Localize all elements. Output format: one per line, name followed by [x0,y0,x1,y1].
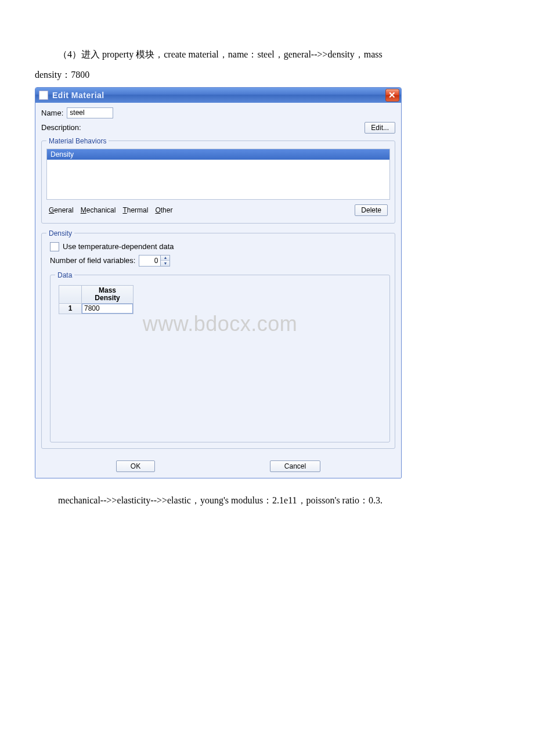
description-label: Description: [41,123,81,132]
behavior-item-density[interactable]: Density [47,149,389,160]
cancel-button[interactable]: Cancel [270,460,320,472]
field-vars-label: Number of field variables: [50,256,135,265]
app-icon [39,91,48,100]
close-icon[interactable]: ✕ [385,89,399,102]
menu-general[interactable]: General [49,206,74,214]
name-label: Name: [41,109,63,117]
material-behaviors-fieldset: Material Behaviors Density General Mecha… [41,137,395,224]
edit-material-dialog: Edit Material ✕ Name: Description: Edit.… [35,87,402,478]
field-vars-stepper[interactable]: 0 ▲ ▼ [139,255,170,267]
chevron-down-icon[interactable]: ▼ [161,260,169,266]
menu-mechanical[interactable]: Mechanical [81,206,116,214]
menu-other[interactable]: Other [155,206,172,214]
data-legend: Data [55,271,74,279]
col-mass-density: Mass Density [82,285,134,303]
temp-dependent-label: Use temperature-dependent data [63,242,174,251]
data-fieldset: Data Mass Density [50,271,390,442]
temp-dependent-checkbox[interactable] [50,242,59,251]
titlebar: Edit Material ✕ [35,88,401,103]
ok-button[interactable]: OK [116,460,155,472]
watermark-text: www.bdocx.com [55,312,385,336]
instruction-line-1: （4）进入 property 模块，create material，name：s… [35,46,499,63]
edit-description-button[interactable]: Edit... [365,122,395,134]
instruction-outro: mechanical-->>elasticity-->>elastic，youn… [35,492,499,509]
density-table: Mass Density 1 [59,285,134,314]
menu-thermal[interactable]: Thermal [122,206,148,214]
chevron-up-icon[interactable]: ▲ [161,255,169,261]
dialog-title: Edit Material [52,91,385,100]
delete-button[interactable]: Delete [355,204,388,216]
behaviors-list[interactable]: Density [46,149,390,200]
name-field[interactable] [67,107,113,118]
instruction-line-2: density：7800 [35,67,499,84]
density-legend: Density [46,229,74,237]
material-behaviors-legend: Material Behaviors [46,137,109,145]
density-fieldset: Density Use temperature-dependent data N… [41,229,395,449]
field-vars-value: 0 [139,255,160,266]
